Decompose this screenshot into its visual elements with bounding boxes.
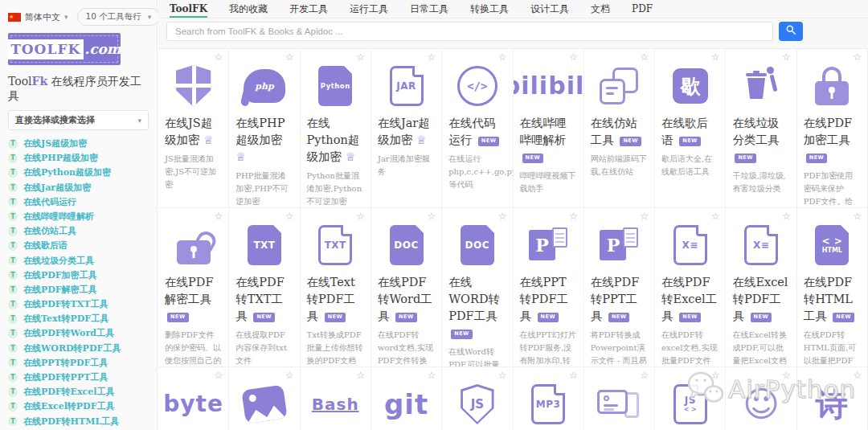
favorite-star-icon[interactable]: ☆	[782, 211, 791, 221]
tool-card[interactable]: ☆TXT在线PDF转TXT工具 NEW在线提取PDF内容保存到txt文件	[229, 208, 300, 367]
language-selector[interactable]: 简体中文	[25, 11, 60, 23]
sidebar-item[interactable]: T在线Jar超级加密	[8, 183, 149, 192]
tool-card[interactable]: ☆☺	[726, 367, 796, 430]
sidebar-item[interactable]: T在线Text转PDF工具	[8, 314, 149, 323]
sidebar-item[interactable]: T在线PDF转HTML工具	[8, 417, 149, 426]
tool-card[interactable]: ☆Python在线Python超级加密 ♕Python批量混淆加密,Python…	[301, 49, 371, 208]
favorite-star-icon[interactable]: ☆	[569, 211, 578, 221]
tool-card[interactable]: ☆php在线PHP超级加密 ♕PHP批量混淆加密,PHP不可逆加密	[229, 49, 300, 208]
favorite-star-icon[interactable]: ☆	[711, 211, 720, 221]
favorite-star-icon[interactable]: ☆	[427, 211, 436, 221]
favorite-star-icon[interactable]: ☆	[640, 52, 649, 62]
sidebar-item-label: 在线Jar超级加密	[23, 182, 91, 194]
tool-card[interactable]: ☆</>在线代码运行 NEW在线运行 php,c,c++,go,python,n…	[442, 49, 513, 208]
tool-letter-icon: T	[8, 139, 18, 149]
tool-card[interactable]: ☆	[229, 367, 300, 430]
favorite-star-icon[interactable]: ☆	[498, 371, 507, 380]
search-input[interactable]	[166, 22, 773, 41]
excel-file-icon: X≡	[732, 219, 789, 271]
favorite-star-icon[interactable]: ☆	[285, 52, 294, 62]
favorite-star-icon[interactable]: ☆	[427, 52, 436, 62]
tool-card[interactable]: ☆P在线PDF转PPT工具 NEW将PDF转换成Powerpoint演示文件 -…	[584, 208, 655, 367]
favorite-star-icon[interactable]: ☆	[711, 52, 720, 62]
nav-item-开发工具[interactable]: 开发工具	[289, 0, 328, 18]
tool-title: 在线仿站工具 NEW	[591, 115, 648, 149]
sidebar-item[interactable]: T在线Excel转PDF工具	[8, 402, 149, 411]
tool-card[interactable]: ☆	[584, 367, 655, 430]
tool-card[interactable]: ☆DOC在线PDF转Word工具 NEW在线PDF转word文档,实现PDF文件…	[371, 208, 442, 367]
favorite-star-icon[interactable]: ☆	[569, 52, 578, 62]
tool-card[interactable]: ☆bilibili在线哔哩哔哩解析 NEW哔哩哔哩视频下载助手	[514, 49, 584, 208]
tool-card[interactable]: ☆MP3	[514, 367, 584, 430]
sidebar-item[interactable]: T在线垃圾分类工具	[8, 256, 149, 265]
nav-item-转换工具[interactable]: 转换工具	[470, 0, 509, 18]
tool-card[interactable]: ☆在线PDF加密工具 NEWPDF加密使用密码来保护PDF文件。给PDF文件加密…	[797, 49, 868, 208]
tool-card[interactable]: ☆在线仿站工具 NEW网站前端源码下载,在线仿站	[584, 49, 655, 208]
nav-item-文档[interactable]: 文档	[591, 0, 610, 18]
tool-card[interactable]: ☆JS	[442, 367, 513, 430]
sidebar-item[interactable]: T在线PDF转TXT工具	[8, 300, 149, 309]
tool-card[interactable]: ☆P在线PPT转PDF工具 NEW在线PPT幻灯片转PDF服务,没有附加水印,转…	[514, 208, 584, 367]
favorite-star-icon[interactable]: ☆	[711, 371, 720, 380]
sidebar-item[interactable]: T在线歌后语	[8, 241, 149, 250]
favorite-star-icon[interactable]: ☆	[640, 211, 649, 221]
sidebar-item[interactable]: T在线PPT转PDF工具	[8, 358, 149, 367]
favorite-star-icon[interactable]: ☆	[853, 211, 862, 221]
sidebar-item[interactable]: T在线PDF转Word工具	[8, 329, 149, 338]
nav-item-ToolFK[interactable]: ToolFK	[170, 0, 207, 18]
nav-item-PDF[interactable]: PDF	[632, 0, 653, 18]
tool-card[interactable]: ☆X≡在线Excel转PDF工具 NEW在线Excel转换成PDF,可以批量把E…	[726, 208, 796, 367]
tool-card[interactable]: ☆byte	[158, 367, 229, 430]
favorite-star-icon[interactable]: ☆	[356, 211, 365, 221]
favorite-star-icon[interactable]: ☆	[356, 371, 365, 380]
nav-item-运行工具[interactable]: 运行工具	[350, 0, 388, 18]
favorite-star-icon[interactable]: ☆	[427, 371, 436, 380]
sidebar-item[interactable]: T在线仿站工具	[8, 227, 149, 235]
tool-card[interactable]: ☆JS< >	[655, 367, 726, 430]
tool-card[interactable]: ☆歇在线歌后语 NEW歇后语大全,在线歇后语工具	[655, 49, 726, 208]
tool-card[interactable]: ☆TXT在线Text转PDF工具 NEWTxt转换成PDF批量上传你想转换的PD…	[301, 208, 371, 367]
tool-card[interactable]: ☆在线PDF解密工具 NEW删除PDF文件的保护密码、以便您按照自己的需求使用它…	[158, 208, 229, 367]
sidebar-item[interactable]: T在线Python超级加密	[8, 168, 149, 177]
nav-item-我的收藏[interactable]: 我的收藏	[229, 0, 268, 18]
tools-per-row-select[interactable]: 10 个工具每行 ▾	[77, 8, 161, 26]
sidebar-item[interactable]: T在线哔哩哔哩解析	[8, 212, 149, 221]
sidebar-item[interactable]: T在线代码运行	[8, 198, 149, 207]
favorite-star-icon[interactable]: ☆	[782, 52, 791, 62]
search-button[interactable]	[779, 22, 803, 41]
favorite-star-icon[interactable]: ☆	[782, 371, 791, 380]
sidebar-item[interactable]: T在线PDF加密工具	[8, 271, 149, 280]
sidebar-item[interactable]: T在线PDF解密工具	[8, 285, 149, 294]
sidebar-item[interactable]: T在线PDF转PPT工具	[8, 373, 149, 382]
tool-card[interactable]: ☆在线垃圾分类工具 NEW干垃圾,湿垃圾,有害垃圾分类	[726, 49, 796, 208]
sidebar-item[interactable]: T在线WORD转PDF工具	[8, 344, 149, 353]
favorite-star-icon[interactable]: ☆	[640, 371, 649, 380]
favorite-star-icon[interactable]: ☆	[215, 371, 223, 380]
tool-card[interactable]: ☆在线JS超级加密 ♕JS批量混淆加密,JS不可逆加密	[158, 49, 229, 208]
favorite-star-icon[interactable]: ☆	[285, 211, 294, 221]
tool-card[interactable]: ☆git	[371, 367, 442, 430]
tool-card[interactable]: ☆Bash	[301, 367, 371, 430]
favorite-star-icon[interactable]: ☆	[215, 211, 223, 221]
favorite-star-icon[interactable]: ☆	[498, 211, 507, 221]
tool-card[interactable]: ☆DOC在线WORD转PDF工具 NEW在线Word转PDF,可以批量把Word…	[442, 208, 513, 367]
favorite-star-icon[interactable]: ☆	[285, 371, 294, 380]
favorite-star-icon[interactable]: ☆	[498, 52, 507, 62]
tool-card[interactable]: ☆X≡在线PDF转Excel工具 NEW在线PDF转excel文档,实现批量PD…	[655, 208, 726, 367]
site-logo[interactable]: TOOLFK .com	[8, 33, 121, 65]
nav-item-设计工具[interactable]: 设计工具	[530, 0, 569, 18]
favorite-star-icon[interactable]: ☆	[853, 52, 862, 62]
nav-item-日常工具[interactable]: 日常工具	[410, 0, 448, 18]
sidebar-item[interactable]: T在线JS超级加密	[8, 139, 149, 148]
favorite-star-icon[interactable]: ☆	[853, 371, 862, 380]
tool-card[interactable]: ☆JAR在线Jar超级加密 ♕Jar混淆加密服务	[371, 49, 442, 208]
tool-select-dropdown[interactable]: 直接选择或搜索选择 ▾	[8, 110, 149, 130]
favorite-star-icon[interactable]: ☆	[569, 371, 578, 380]
favorite-star-icon[interactable]: ☆	[215, 52, 223, 62]
sidebar-item[interactable]: T在线PHP超级加密	[8, 154, 149, 162]
tool-card[interactable]: ☆诗	[797, 367, 868, 430]
favorite-star-icon[interactable]: ☆	[356, 52, 365, 62]
sidebar-item[interactable]: T在线PDF转Excel工具	[8, 387, 149, 396]
sidebar-item-label: 在线歌后语	[23, 240, 68, 252]
tool-card[interactable]: ☆< >HTML在线PDF转HTML工具 NEW在线PDF转HTML页面,可以批…	[797, 208, 868, 367]
